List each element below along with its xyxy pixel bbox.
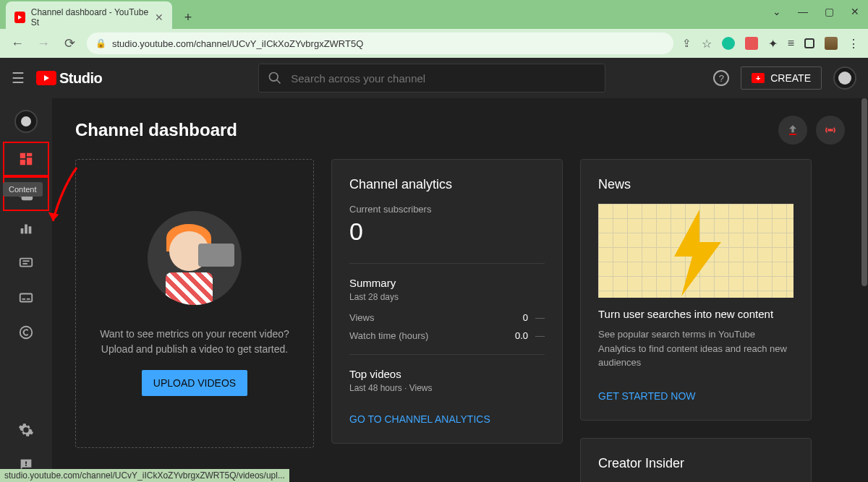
sidebar-dashboard[interactable] (3, 142, 49, 176)
svg-marker-20 (48, 212, 59, 220)
sidebar-analytics[interactable] (3, 211, 49, 246)
views-label: Views (349, 312, 374, 323)
analytics-title: Channel analytics (349, 177, 545, 192)
svg-rect-18 (25, 461, 27, 464)
search-icon (268, 71, 282, 85)
news-title: Turn user searches into new content (598, 308, 793, 320)
browser-tab[interactable]: Channel dashboard - YouTube St ✕ (6, 1, 172, 33)
divider (349, 354, 545, 355)
summary-title: Summary (349, 277, 545, 289)
tab-close-icon[interactable]: ✕ (155, 12, 163, 23)
svg-rect-10 (29, 226, 32, 233)
window-minimize-icon[interactable]: — (796, 6, 810, 17)
menu-icon[interactable]: ☰ (12, 69, 25, 87)
extension-red-icon[interactable] (745, 37, 758, 50)
sidebar-settings[interactable] (3, 413, 49, 447)
creator-insider-card: Creator Insider (580, 438, 812, 483)
get-started-link[interactable]: GET STARTED NOW (598, 390, 696, 402)
status-bar: studio.youtube.com/channel/UCvY_iICkXoZY… (0, 469, 289, 482)
address-bar[interactable]: 🔒 studio.youtube.com/channel/UCvY_iICkXo… (87, 33, 673, 54)
create-label: CREATE (770, 72, 811, 84)
svg-point-0 (270, 73, 278, 82)
news-illustration (598, 204, 793, 298)
subscribers-label: Current subscribers (349, 204, 545, 215)
upload-videos-button[interactable]: UPLOAD VIDEOS (142, 370, 247, 396)
news-card: News Turn user searches into new content… (580, 159, 812, 421)
forward-button: → (35, 36, 52, 51)
page-title: Channel dashboard (75, 120, 237, 140)
help-icon[interactable]: ? (713, 70, 729, 86)
sidebar-subtitles[interactable] (3, 280, 49, 315)
back-button[interactable]: ← (9, 36, 26, 51)
extension-panel-icon[interactable] (804, 38, 814, 48)
extension-grammarly-icon[interactable] (722, 37, 735, 50)
scrollbar[interactable] (861, 98, 867, 286)
empty-state-text: Want to see metrics on your recent video… (100, 327, 289, 357)
create-button[interactable]: CREATE (741, 66, 822, 90)
search-input[interactable] (291, 72, 596, 85)
profile-avatar-icon[interactable] (825, 37, 838, 50)
reload-button[interactable]: ⟳ (61, 35, 78, 51)
top-videos-sub: Last 48 hours · Views (349, 383, 545, 393)
account-avatar[interactable] (833, 66, 856, 90)
search-box[interactable] (258, 64, 605, 92)
lock-icon: 🔒 (95, 38, 106, 48)
svg-rect-11 (20, 259, 33, 267)
create-video-icon (752, 73, 765, 83)
go-live-button[interactable] (816, 116, 845, 145)
sidebar-copyright[interactable] (3, 315, 49, 350)
svg-point-17 (20, 327, 33, 339)
comments-icon (18, 255, 34, 271)
youtube-favicon-icon (14, 12, 25, 23)
svg-rect-5 (20, 160, 25, 165)
go-to-analytics-link[interactable]: GO TO CHANNEL ANALYTICS (349, 413, 490, 425)
analytics-icon (18, 220, 34, 236)
sidebar-comments[interactable] (3, 246, 49, 280)
copyright-icon (18, 324, 34, 340)
extensions-icon[interactable]: ✦ (768, 37, 778, 50)
svg-rect-9 (25, 225, 27, 234)
svg-rect-2 (20, 153, 25, 158)
watch-value: 0.0 (515, 330, 528, 341)
svg-rect-14 (20, 294, 33, 302)
sidebar-tooltip: Content (3, 182, 43, 197)
studio-logo[interactable]: Studio (36, 70, 102, 87)
window-close-icon[interactable]: ✕ (848, 6, 862, 17)
logo-text: Studio (59, 70, 102, 87)
upload-prompt-card: Want to see metrics on your recent video… (75, 159, 314, 448)
divider (349, 263, 545, 264)
window-controls: ⌄ — ▢ ✕ (770, 6, 862, 17)
live-icon (823, 123, 838, 137)
url-text: studio.youtube.com/channel/UCvY_iICkXoZY… (112, 38, 363, 49)
top-videos-title: Top videos (349, 368, 545, 380)
new-tab-button[interactable]: + (178, 7, 198, 27)
extension-reading-icon[interactable]: ≡ (788, 37, 794, 50)
subtitles-icon (18, 290, 34, 306)
channel-avatar[interactable] (14, 110, 38, 133)
star-icon[interactable]: ☆ (702, 37, 712, 50)
lightning-icon (663, 210, 728, 296)
share-icon[interactable]: ⇪ (682, 37, 692, 50)
gear-icon (18, 422, 34, 438)
window-caret-icon[interactable]: ⌄ (770, 6, 784, 17)
youtube-logo-icon (36, 71, 56, 85)
svg-rect-4 (27, 158, 32, 165)
annotation-arrow-icon (43, 165, 83, 230)
views-value: 0 (523, 312, 528, 323)
svg-point-22 (830, 129, 832, 132)
illustration (148, 211, 242, 305)
news-desc: See popular search terms in YouTube Anal… (598, 327, 793, 370)
trend-dash: — (535, 330, 545, 341)
news-heading: News (598, 177, 793, 192)
browser-menu-icon[interactable]: ⋮ (848, 37, 859, 50)
svg-line-1 (277, 80, 281, 84)
upload-video-button[interactable] (778, 116, 807, 145)
svg-rect-21 (789, 134, 796, 135)
svg-rect-19 (25, 465, 27, 466)
tab-title: Channel dashboard - YouTube St (31, 7, 149, 27)
window-maximize-icon[interactable]: ▢ (822, 6, 836, 17)
svg-marker-23 (674, 210, 721, 296)
svg-rect-8 (21, 228, 24, 233)
dashboard-icon (18, 151, 34, 167)
upload-icon (786, 123, 800, 137)
